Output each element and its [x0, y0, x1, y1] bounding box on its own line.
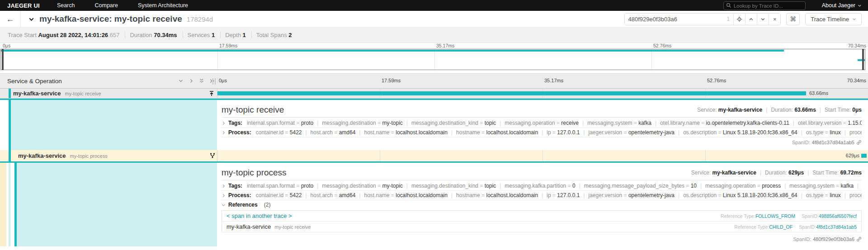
minimap-tick-labels: 0μs 17.59ms 35.17ms 52.76ms 70.34ms: [0, 43, 866, 49]
detail-header-process[interactable]: my-topic process Service: my-kafka-servi…: [222, 165, 862, 180]
detail-header-receive[interactable]: my-topic receive Service: my-kafka-servi…: [222, 102, 862, 117]
tick-label: 52.76ms: [707, 78, 726, 83]
jaeger-logo[interactable]: JAEGER UI: [0, 2, 47, 9]
reference-meta: Reference Type:CHILD_OFSpanID:4f8d1c37d8…: [734, 224, 857, 230]
match-count: 1: [723, 14, 734, 25]
nav-item-system-architecture[interactable]: System Architecture: [128, 0, 198, 11]
column-resize-grip[interactable]: [212, 78, 216, 85]
trace-summary-bar: Trace Start August 28 2022, 14:01:26.657…: [0, 28, 868, 43]
about-jaeger-menu[interactable]: About Jaeger: [822, 2, 862, 9]
span-bar-process[interactable]: [861, 154, 867, 158]
collapse-one-level-button[interactable]: [189, 78, 194, 84]
tick-label: 35.17ms: [544, 78, 563, 83]
tree-guide[interactable]: [9, 150, 11, 161]
tags-summary: internal.span.format = proto|messaging.d…: [247, 120, 862, 126]
span-bar-receive[interactable]: [217, 91, 806, 95]
back-button[interactable]: ←: [0, 11, 21, 28]
trace-view-dropdown[interactable]: Trace Timeline: [805, 13, 862, 25]
trace-duration: Duration 70.34ms: [125, 32, 183, 38]
crosshair-icon: [736, 16, 742, 22]
chevron-up-icon: [749, 17, 754, 22]
tick-label: 17.59ms: [382, 78, 401, 83]
reference-operation: my-topic receive: [274, 224, 311, 230]
chevron-right-icon: [222, 184, 226, 188]
trace-depth: Depth 1: [221, 32, 252, 38]
process-summary: container.id = 5422|host.arch = amd64|ho…: [256, 129, 862, 136]
references-count: (2): [264, 202, 271, 208]
tick-label: 0μs: [219, 78, 227, 83]
external-trace-link[interactable]: < span in another trace >: [226, 212, 292, 219]
tags-row[interactable]: Tags: internal.span.format = proto|messa…: [222, 181, 862, 191]
arrow-up-from-bar-icon[interactable]: [208, 90, 215, 97]
process-row[interactable]: Process: container.id = 5422|host.arch =…: [222, 128, 862, 137]
tags-summary: internal.span.format = proto|messaging.d…: [247, 183, 862, 189]
chevron-right-icon: [222, 193, 226, 198]
span-id-value: 480f929e0f3b03a6: [813, 236, 854, 242]
top-navbar: JAEGER UI Search Compare System Architec…: [0, 0, 868, 11]
span-operation: my-topic process: [70, 153, 108, 159]
prev-match-button[interactable]: [745, 14, 757, 25]
reference-row-external[interactable]: < span in another trace > Reference Type…: [222, 211, 861, 222]
viewport-right-scrubber[interactable]: [862, 49, 864, 70]
span-table-header: Service & Operation 0μs 17.59ms 35.17ms …: [0, 73, 868, 89]
reference-service: my-kafka-service: [226, 223, 271, 230]
viewport-left-scrubber[interactable]: [2, 49, 4, 70]
chevron-right-icon: [189, 78, 194, 84]
tree-guide[interactable]: [9, 89, 11, 98]
span-service: my-kafka-service: [18, 152, 66, 159]
clear-search-button[interactable]: ×: [769, 14, 780, 25]
span-detail-process: my-topic process Service: my-kafka-servi…: [0, 161, 868, 246]
span-id-row: SpanID: 480f929e0f3b03a6: [222, 234, 862, 244]
trace-page-header: ← my-kafka-service: my-topic receive1782…: [0, 11, 868, 28]
span-operation: my-topic receive: [65, 91, 101, 96]
detail-indent-lane[interactable]: [0, 163, 6, 246]
minimap-viewport[interactable]: [0, 49, 865, 70]
detail-indent-lane[interactable]: [11, 100, 217, 150]
references-header[interactable]: References (2): [222, 200, 862, 209]
nav-item-search[interactable]: Search: [47, 0, 85, 11]
chevron-down-icon: [852, 17, 856, 21]
chevron-down-icon: [222, 203, 226, 207]
jaeger-trace-page: JAEGER UI Search Compare System Architec…: [0, 0, 868, 250]
page-title: my-kafka-service: my-topic receive178294…: [39, 14, 213, 24]
link-icon[interactable]: [856, 236, 862, 242]
trace-start: Trace Start August 28 2022, 14:01:26.657: [3, 32, 125, 38]
tree-guide[interactable]: [9, 163, 10, 246]
detail-title: my-topic receive: [222, 105, 284, 115]
expand-all-button[interactable]: [199, 78, 204, 84]
span-id-row: SpanID: 4f8d1c37d84a1ab5: [222, 137, 862, 147]
span-row-process[interactable]: my-kafka-service my-topic process 629μs: [0, 150, 868, 161]
span-duration-label: 629μs: [846, 153, 859, 158]
detail-indent-lane[interactable]: [17, 163, 217, 246]
tags-row[interactable]: Tags: internal.span.format = proto|messa…: [222, 118, 862, 128]
nav-item-compare[interactable]: Compare: [85, 0, 127, 11]
trace-id-lookup: [723, 1, 806, 10]
keyboard-shortcuts-button[interactable]: ⌘: [786, 13, 800, 25]
process-row[interactable]: Process: container.id = 5422|host.arch =…: [222, 191, 862, 200]
expand-one-level-button[interactable]: [178, 78, 184, 84]
span-duration-label: 63.66ms: [809, 90, 828, 96]
trace-id-short: 178294d: [187, 15, 213, 23]
references-list: < span in another trace > Reference Type…: [222, 210, 862, 232]
find-in-trace-input[interactable]: [625, 14, 723, 25]
locate-match-button[interactable]: [733, 14, 745, 25]
trace-total-spans: Total Spans 2: [252, 32, 297, 38]
double-chevron-down-icon: [199, 78, 204, 84]
trace-id-lookup-input[interactable]: [723, 1, 806, 10]
span-id-value: 4f8d1c37d84a1ab5: [812, 140, 854, 145]
fork-icon[interactable]: [209, 152, 216, 159]
find-in-trace-control: 1 ×: [624, 13, 781, 25]
next-match-button[interactable]: [757, 14, 769, 25]
reference-row-parent[interactable]: my-kafka-service my-topic receive Refere…: [222, 222, 861, 232]
detail-meta: Service: my-kafka-service|Duration: 629μ…: [691, 170, 862, 176]
process-summary: container.id = 5422|host.arch = amd64|ho…: [256, 192, 862, 198]
link-icon[interactable]: [856, 140, 862, 145]
collapse-trace-chevron-icon[interactable]: [28, 16, 35, 23]
trace-minimap[interactable]: [0, 49, 865, 70]
chevron-down-icon: [760, 17, 765, 22]
tick-label: 70.34ms: [847, 78, 866, 83]
service-operation-header: Service & Operation: [7, 78, 62, 85]
span-row-receive[interactable]: my-kafka-service my-topic receive 63.66m…: [0, 89, 868, 99]
trace-services: Services 1: [183, 32, 221, 38]
span-service: my-kafka-service: [13, 90, 61, 97]
